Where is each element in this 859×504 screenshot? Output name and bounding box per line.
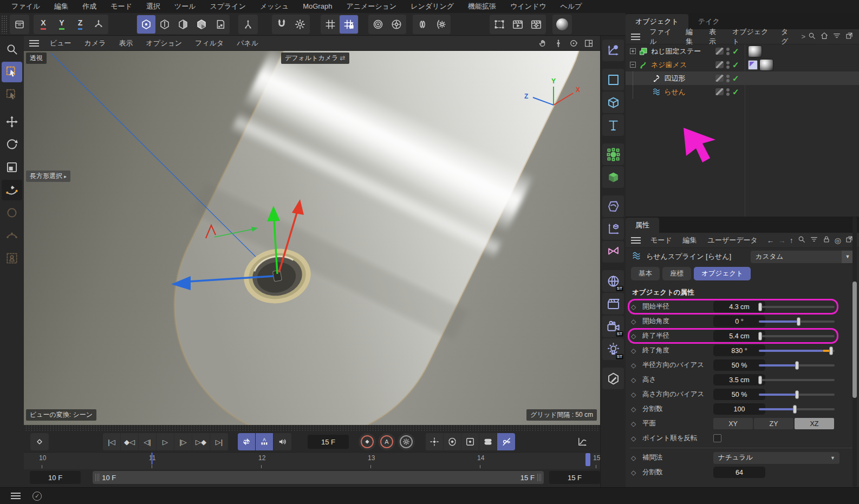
- slider-handle[interactable]: [795, 361, 799, 370]
- key-rotation-button[interactable]: [444, 433, 461, 450]
- object-manager-menu-4[interactable]: タグ: [776, 27, 799, 47]
- visibility-dots-icon[interactable]: [726, 48, 730, 55]
- sky-button[interactable]: ST: [602, 270, 624, 292]
- keyframe-diamond-icon[interactable]: ◇: [631, 332, 636, 340]
- tree-row-1[interactable]: −ネジ歯メス✓: [626, 58, 859, 71]
- keyframe-diamond-icon[interactable]: ◇: [631, 454, 636, 462]
- object-manager-menu-0[interactable]: ファイル: [645, 27, 681, 47]
- reverse-points-checkbox[interactable]: [713, 434, 721, 442]
- preset-dropdown[interactable]: カスタム▼: [751, 251, 854, 263]
- home-icon[interactable]: [820, 31, 829, 42]
- light-button[interactable]: ST: [602, 338, 624, 360]
- attribute-slider[interactable]: [759, 330, 835, 342]
- edit-mesh-button[interactable]: [602, 368, 624, 389]
- menu-overflow-indicator[interactable]: >: [799, 32, 808, 41]
- material-thumbnail[interactable]: [748, 45, 762, 57]
- audio-toggle-button[interactable]: [274, 433, 291, 450]
- timeline-grip[interactable]: [24, 425, 600, 431]
- range-end-field[interactable]: 15 F: [549, 471, 600, 484]
- visibility-dots-icon[interactable]: [726, 88, 730, 96]
- attribute-menu-0[interactable]: モード: [645, 235, 678, 245]
- plane-option-zy[interactable]: ZY: [754, 418, 793, 429]
- render-view-button[interactable]: [509, 15, 527, 34]
- text-spline-button[interactable]: [602, 114, 624, 136]
- rectangle-spline-button[interactable]: [602, 69, 624, 90]
- playhead[interactable]: [585, 453, 590, 466]
- expander-icon[interactable]: +: [630, 48, 636, 54]
- keyframe-diamond-icon[interactable]: ◇: [631, 435, 636, 442]
- track-icon[interactable]: ◎: [835, 236, 841, 245]
- keyframe-diamond-icon[interactable]: ◇: [631, 303, 636, 311]
- orbit-icon[interactable]: [568, 37, 580, 49]
- range-right-grip[interactable]: [537, 474, 541, 481]
- tree-row-3[interactable]: らせん✓: [626, 85, 859, 99]
- attribute-value-field[interactable]: 830 °: [713, 345, 765, 356]
- object-label[interactable]: ネジ歯メス: [651, 60, 687, 70]
- object-manager-menu-icon[interactable]: [631, 34, 640, 40]
- attribute-value-field[interactable]: 4.3 cm: [713, 301, 765, 312]
- volume-builder-button[interactable]: [602, 166, 624, 188]
- spline-pen-button[interactable]: [602, 40, 624, 61]
- editor-toggle-icon[interactable]: [715, 88, 724, 95]
- filter-icon[interactable]: [810, 235, 818, 245]
- viewport-menu-item-5[interactable]: パネル: [230, 38, 265, 48]
- attribute-value-field[interactable]: 64: [713, 467, 765, 478]
- viewport-menu-item-0[interactable]: ビュー: [43, 38, 78, 48]
- key-parameters-button[interactable]: [479, 433, 497, 450]
- slider-handle[interactable]: [758, 332, 762, 341]
- attribute-menu-2[interactable]: ユーザーデータ: [702, 235, 763, 245]
- attr-tab-1[interactable]: 座標: [662, 267, 691, 280]
- attribute-value-field[interactable]: 0 °: [713, 316, 765, 327]
- autokey-record-button[interactable]: A: [378, 433, 395, 450]
- y-axis-lock-button[interactable]: Y: [53, 15, 71, 34]
- rectangle-selection-tool-button[interactable]: [2, 62, 22, 82]
- keyframe-diamond-icon[interactable]: ◇: [631, 469, 636, 476]
- loop-toggle-button[interactable]: [238, 433, 256, 450]
- keyframe-diamond-icon[interactable]: ◇: [631, 391, 636, 398]
- object-label[interactable]: 四辺形: [664, 74, 685, 83]
- model-mode-button[interactable]: [137, 15, 155, 34]
- arc-spline-tool-button[interactable]: [2, 225, 22, 246]
- attribute-slider[interactable]: [759, 301, 835, 312]
- enabled-check-icon[interactable]: ✓: [732, 47, 739, 56]
- find-tool-button[interactable]: [2, 39, 22, 60]
- object-label[interactable]: ねじ固定ステー: [651, 47, 701, 56]
- attr-tab-2[interactable]: オブジェクト: [694, 267, 751, 280]
- menu-item-2[interactable]: 作成: [75, 0, 103, 13]
- tree-row-0[interactable]: +ねじ固定ステー✓: [626, 44, 859, 58]
- plane-option-xy[interactable]: XY: [713, 418, 753, 429]
- toggle-views-icon[interactable]: [583, 37, 595, 49]
- toolbar-grip[interactable]: [1, 15, 8, 34]
- enabled-check-icon[interactable]: ✓: [732, 74, 739, 83]
- cube-primitive-button[interactable]: [602, 91, 624, 113]
- status-menu-icon[interactable]: [11, 493, 21, 499]
- visibility-dots-icon[interactable]: [726, 75, 730, 82]
- menu-item-9[interactable]: アニメーション: [339, 0, 404, 13]
- object-manager-menu-1[interactable]: 編集: [680, 27, 704, 47]
- workplane-button[interactable]: [321, 15, 340, 34]
- attr-tab-0[interactable]: 基本: [631, 267, 660, 280]
- object-mode-button[interactable]: [211, 15, 229, 34]
- modeling-axis-button[interactable]: [369, 15, 387, 34]
- menu-item-13[interactable]: ヘルプ: [554, 0, 589, 13]
- cage-tool-button[interactable]: [2, 248, 22, 269]
- attribute-menu-1[interactable]: 編集: [678, 235, 702, 245]
- enabled-check-icon[interactable]: ✓: [732, 60, 739, 70]
- parent-object-icon[interactable]: ↑: [790, 236, 793, 245]
- axis-settings-button[interactable]: [387, 15, 406, 34]
- stage-button[interactable]: [602, 293, 624, 315]
- menu-item-10[interactable]: レンダリング: [404, 0, 461, 13]
- generator-button[interactable]: [602, 143, 624, 165]
- tree-row-2[interactable]: 四辺形✓: [626, 71, 859, 85]
- keyframe-diamond-icon[interactable]: ◇: [631, 405, 636, 413]
- object-manager-menu-3[interactable]: オブジェクト: [727, 27, 776, 47]
- render-settings-button[interactable]: [527, 15, 545, 34]
- pan-hand-icon[interactable]: [537, 37, 549, 49]
- enabled-check-icon[interactable]: ✓: [732, 87, 739, 97]
- keyframe-diamond-icon[interactable]: ◇: [631, 347, 636, 355]
- attribute-slider[interactable]: [759, 389, 835, 400]
- keyframe-diamond-icon[interactable]: ◇: [631, 376, 636, 384]
- attributes-scrollbar-thumb[interactable]: [853, 282, 857, 398]
- symmetry-object-button[interactable]: [602, 241, 624, 263]
- x-axis-lock-button[interactable]: X: [34, 15, 53, 34]
